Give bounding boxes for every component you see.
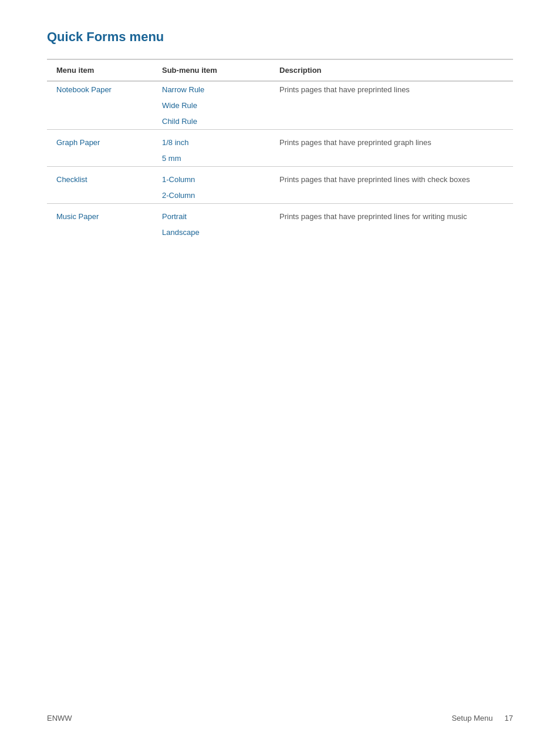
col-header-description: Description [270, 59, 513, 81]
table-row: Music PaperPortraitPrints pages that hav… [47, 204, 513, 225]
sub-menu-item-cell: Landscape [153, 224, 270, 240]
description-cell [270, 113, 513, 130]
page-content: Quick Forms menu Menu item Sub-menu item… [0, 0, 560, 287]
table-row: Wide Rule [47, 98, 513, 113]
page-title: Quick Forms menu [47, 29, 513, 45]
sub-menu-item-cell: Portrait [153, 204, 270, 225]
description-cell: Prints pages that have preprinted graph … [270, 130, 513, 151]
sub-menu-item-cell: Child Rule [153, 113, 270, 130]
menu-item-cell [47, 224, 153, 240]
description-cell: Prints pages that have preprinted lines [270, 81, 513, 98]
menu-item-cell: Graph Paper [47, 130, 153, 151]
menu-item-cell: Music Paper [47, 204, 153, 225]
sub-menu-item-cell: Narrow Rule [153, 81, 270, 98]
description-cell [270, 187, 513, 204]
sub-menu-item-cell: Wide Rule [153, 98, 270, 113]
description-cell [270, 224, 513, 240]
table-row: Graph Paper1/8 inchPrints pages that hav… [47, 130, 513, 151]
col-header-menu-item: Menu item [47, 59, 153, 81]
table-row: 2-Column [47, 187, 513, 204]
table-row: Notebook PaperNarrow RulePrints pages th… [47, 81, 513, 98]
col-header-sub-menu-item: Sub-menu item [153, 59, 270, 81]
table-row: Landscape [47, 224, 513, 240]
sub-menu-item-cell: 2-Column [153, 187, 270, 204]
footer-left: ENWW [47, 714, 72, 723]
menu-item-cell: Checklist [47, 167, 153, 188]
footer-page-number: 17 [505, 714, 513, 723]
table-row: Checklist1-ColumnPrints pages that have … [47, 167, 513, 188]
sub-menu-item-cell: 5 mm [153, 150, 270, 167]
menu-item-cell: Notebook Paper [47, 81, 153, 98]
menu-item-cell [47, 150, 153, 167]
description-cell [270, 98, 513, 113]
menu-item-cell [47, 187, 153, 204]
footer-right: Setup Menu 17 [451, 714, 513, 723]
description-cell [270, 150, 513, 167]
sub-menu-item-cell: 1/8 inch [153, 130, 270, 151]
page-footer: ENWW Setup Menu 17 [47, 714, 513, 723]
description-cell: Prints pages that have preprinted lines … [270, 167, 513, 188]
description-cell: Prints pages that have preprinted lines … [270, 204, 513, 225]
table-row: Child Rule [47, 113, 513, 130]
sub-menu-item-cell: 1-Column [153, 167, 270, 188]
footer-center: Setup Menu [451, 714, 492, 723]
menu-item-cell [47, 98, 153, 113]
quick-forms-table: Menu item Sub-menu item Description Note… [47, 59, 513, 240]
table-header-row: Menu item Sub-menu item Description [47, 59, 513, 81]
menu-item-cell [47, 113, 153, 130]
table-row: 5 mm [47, 150, 513, 167]
